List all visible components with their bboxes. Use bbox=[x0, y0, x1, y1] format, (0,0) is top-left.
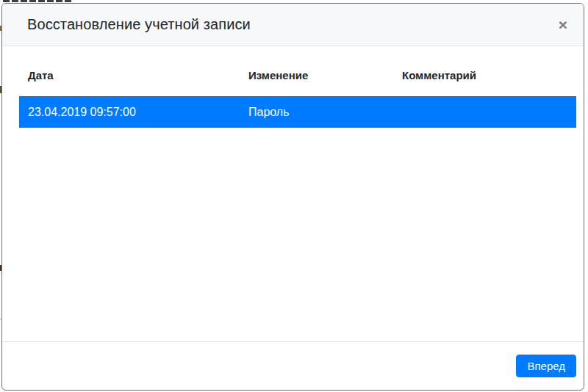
table-row[interactable]: 23.04.2019 09:57:00 Пароль bbox=[19, 95, 576, 128]
account-recovery-modal: Восстановление учетной записи × Дата Изм… bbox=[1, 3, 584, 391]
modal-body: Дата Изменение Комментарий 23.04.2019 09… bbox=[2, 46, 584, 341]
modal-header: Восстановление учетной записи × bbox=[2, 4, 584, 46]
close-icon[interactable]: × bbox=[556, 15, 570, 34]
modal-title: Восстановление учетной записи bbox=[27, 16, 251, 33]
modal-footer: Вперед bbox=[2, 341, 584, 390]
cell-date[interactable]: 23.04.2019 09:57:00 bbox=[19, 95, 240, 128]
column-header-comment: Комментарий bbox=[393, 58, 576, 95]
cell-change[interactable]: Пароль bbox=[240, 95, 393, 128]
cell-comment[interactable] bbox=[393, 95, 576, 128]
background-text-fragment bbox=[3, 0, 74, 2]
table-header-row: Дата Изменение Комментарий bbox=[19, 58, 576, 95]
column-header-change: Изменение bbox=[240, 58, 393, 95]
column-header-date: Дата bbox=[19, 58, 240, 95]
next-button[interactable]: Вперед bbox=[516, 355, 576, 377]
history-table: Дата Изменение Комментарий 23.04.2019 09… bbox=[19, 58, 576, 128]
